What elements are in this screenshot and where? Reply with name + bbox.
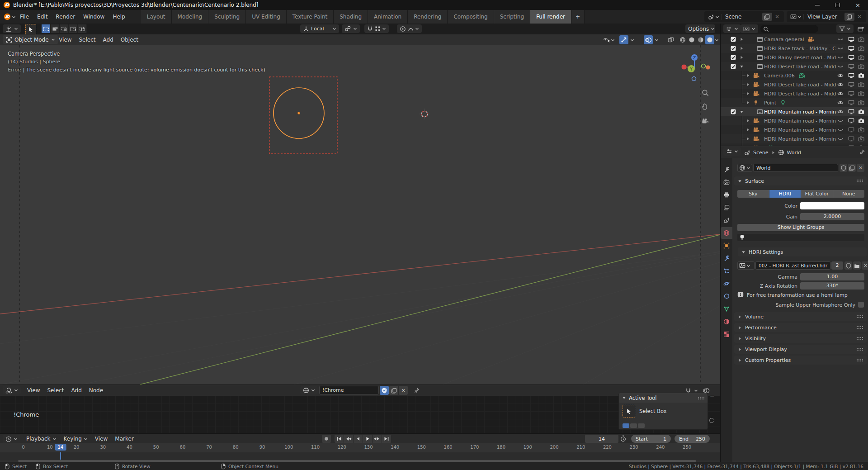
- world-browse-dropdown[interactable]: [300, 386, 318, 394]
- node-menu-view[interactable]: View: [24, 385, 43, 396]
- fake-user-toggle[interactable]: [840, 164, 847, 172]
- new-node-tree-button[interactable]: [389, 386, 398, 395]
- collection-checkbox[interactable]: [731, 46, 736, 51]
- panel-drag-dots[interactable]: [698, 396, 704, 400]
- select-extend-button[interactable]: [51, 24, 60, 33]
- menu-file[interactable]: File: [16, 14, 33, 20]
- select-subtract-button[interactable]: [60, 24, 69, 33]
- panel-drag-dots[interactable]: [856, 315, 863, 318]
- render-disable-icon[interactable]: [858, 91, 864, 96]
- snap-magnet-toggle[interactable]: [367, 26, 373, 32]
- viewport-menu-object[interactable]: Object: [117, 34, 142, 45]
- viewport-disable-icon[interactable]: [848, 64, 854, 69]
- properties-tab-scene[interactable]: [721, 214, 732, 226]
- hdri-settings-panel-header[interactable]: HDRI Settings: [738, 247, 867, 256]
- fake-user-toggle[interactable]: [380, 386, 389, 395]
- expand-triangle-icon[interactable]: [740, 56, 744, 60]
- pan-button[interactable]: [700, 101, 711, 112]
- collapse-triangle-icon[interactable]: [740, 110, 744, 114]
- surface-mode-none-button[interactable]: None: [833, 190, 865, 198]
- x-pos-handle[interactable]: [706, 66, 710, 70]
- outliner-row[interactable]: HDRI Mountain road - Morning _: [721, 134, 868, 143]
- workspace-tab-uv-editing[interactable]: UV Editing: [246, 10, 287, 24]
- node-tree-name-field[interactable]: !Chrome: [319, 386, 379, 394]
- outliner-row[interactable]: HDRI Mountain road - Morning _: [721, 107, 868, 116]
- tweak-tool-button[interactable]: [25, 24, 36, 35]
- play-button[interactable]: [363, 435, 373, 443]
- render-disable-icon[interactable]: [858, 136, 864, 142]
- gamma-field[interactable]: 1.00: [800, 273, 864, 280]
- shading-solid-button[interactable]: [687, 35, 696, 44]
- shading-material-button[interactable]: [696, 35, 705, 44]
- pivot-point-dropdown[interactable]: [342, 24, 360, 33]
- properties-tab-world[interactable]: [721, 227, 732, 239]
- breadcrumb-world[interactable]: World: [787, 150, 802, 156]
- zoom-button[interactable]: [700, 87, 711, 98]
- unlink-image-button[interactable]: ✕: [862, 261, 868, 270]
- expand-triangle-icon[interactable]: [746, 83, 750, 87]
- select-box-new-button[interactable]: [42, 24, 51, 33]
- overlays-toggle[interactable]: [644, 35, 653, 44]
- proportional-falloff-dropdown[interactable]: [408, 26, 419, 31]
- outliner-row[interactable]: HDRI Mountain road - Morning _: [721, 116, 868, 125]
- properties-tab-tool[interactable]: [721, 164, 732, 176]
- viewport-disable-icon[interactable]: [848, 118, 854, 123]
- viewport-menu-add[interactable]: Add: [99, 34, 117, 45]
- properties-tab-view-layer[interactable]: [721, 202, 732, 214]
- eye-open-icon[interactable]: [837, 109, 844, 114]
- viewport-menu-select[interactable]: Select: [75, 34, 99, 45]
- viewport-disable-icon[interactable]: [848, 136, 854, 142]
- surface-mode-flat-color-button[interactable]: Flat Color: [801, 190, 833, 198]
- render-disable-icon[interactable]: [858, 100, 864, 105]
- jump-to-start-button[interactable]: [335, 435, 344, 443]
- workspace-tab-sculpting[interactable]: Sculpting: [208, 10, 246, 24]
- gizmos-dropdown[interactable]: [629, 35, 635, 44]
- properties-tab-modifiers[interactable]: [721, 252, 732, 264]
- render-disable-icon[interactable]: [858, 109, 864, 114]
- outliner-row[interactable]: Camara general: [721, 35, 868, 44]
- expand-triangle-icon[interactable]: [746, 137, 750, 141]
- pin-icon[interactable]: [859, 149, 865, 155]
- properties-tab-constraints[interactable]: [721, 290, 732, 302]
- gizmos-toggle[interactable]: [619, 35, 628, 44]
- eye-closed-icon[interactable]: [837, 64, 844, 69]
- properties-tab-material[interactable]: [721, 316, 732, 328]
- properties-tab-render[interactable]: [721, 176, 732, 188]
- light-groups-list[interactable]: [737, 234, 864, 241]
- shading-dropdown[interactable]: [713, 35, 720, 44]
- open-image-button[interactable]: [853, 261, 861, 270]
- timeline-menu-view[interactable]: View: [91, 434, 111, 444]
- navigation-gizmo[interactable]: Z Y: [678, 52, 711, 85]
- expand-triangle-icon[interactable]: [746, 101, 750, 105]
- frame-end-field[interactable]: End 250: [675, 435, 710, 443]
- panel-drag-dots[interactable]: [856, 347, 863, 351]
- eye-open-icon[interactable]: [837, 73, 844, 78]
- new-collection-button[interactable]: [856, 24, 865, 33]
- maximize-button[interactable]: [827, 0, 848, 10]
- outliner-row[interactable]: HDRI Rainy desert road - Midday: [721, 53, 868, 62]
- editor-type-selector[interactable]: [723, 24, 741, 33]
- workspace-tab-compositing[interactable]: Compositing: [448, 10, 494, 24]
- select-intersect-button[interactable]: [78, 24, 87, 33]
- panel-custom-properties[interactable]: Custom Properties: [734, 356, 867, 365]
- select-invert-button[interactable]: [69, 24, 78, 33]
- frame-start-field[interactable]: Start 1: [631, 435, 671, 443]
- eye-closed-icon[interactable]: [837, 37, 844, 42]
- play-reverse-button[interactable]: [354, 435, 363, 443]
- add-workspace-button[interactable]: +: [571, 10, 585, 24]
- camera-view-button[interactable]: [700, 115, 711, 126]
- viewport-disable-icon[interactable]: [848, 46, 854, 51]
- eye-open-icon[interactable]: [837, 91, 844, 96]
- timeline-track[interactable]: [0, 452, 720, 460]
- menu-render[interactable]: Render: [52, 14, 79, 20]
- outliner-row[interactable]: HDRI Desert lake road - Midday: [721, 62, 868, 71]
- render-disable-icon[interactable]: [858, 37, 864, 42]
- render-disable-icon[interactable]: [858, 64, 864, 69]
- viewport-disable-icon[interactable]: [848, 82, 854, 87]
- eye-closed-icon[interactable]: [837, 55, 844, 60]
- filter-dropdown[interactable]: [836, 24, 854, 33]
- expand-triangle-icon[interactable]: [746, 128, 750, 132]
- panel-visibility[interactable]: Visibility: [734, 334, 867, 343]
- app-menu-button[interactable]: [4, 13, 16, 20]
- unlink-world-button[interactable]: ✕: [857, 164, 864, 172]
